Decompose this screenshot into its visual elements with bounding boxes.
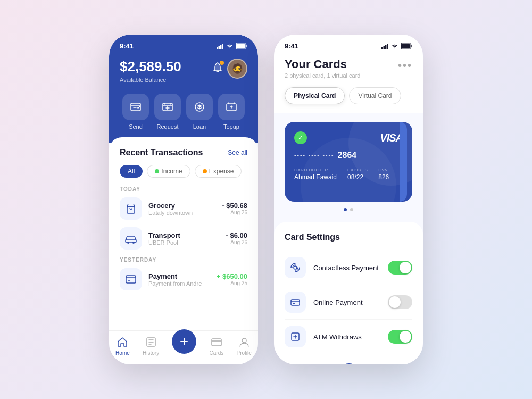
bottom-nav-home: Home History Cards Profile [109, 330, 258, 364]
action-topup[interactable]: Topup [218, 94, 245, 130]
setting-contactless[interactable]: Contactless Payment [285, 251, 412, 285]
loan-icon-box [186, 94, 213, 120]
section-today: TODAY [120, 186, 247, 192]
wifi-icon-2 [391, 44, 398, 49]
payment-sub: Payment from Andre [148, 280, 210, 287]
online-icon-box [285, 292, 306, 313]
tx-payment[interactable]: Payment Payment from Andre + $650.00 Aug… [120, 268, 247, 290]
home-icon [117, 336, 128, 348]
signal-icon [217, 44, 224, 49]
cvv-label: CVV [378, 168, 389, 172]
transport-icon-box [120, 227, 142, 250]
loan-label: Loan [193, 123, 206, 130]
setting-online[interactable]: Online Payment [285, 285, 412, 320]
svg-rect-10 [127, 207, 135, 213]
action-loan[interactable]: Loan [186, 94, 213, 130]
contactless-icon-box [285, 257, 306, 278]
send-icon-box [122, 94, 149, 120]
status-time: 9:41 [120, 42, 134, 50]
transport-date: Aug 26 [226, 239, 247, 245]
payment-name: Payment [148, 272, 210, 280]
topup-label: Topup [223, 123, 239, 130]
contactless-toggle[interactable] [388, 261, 412, 275]
svg-rect-18 [381, 47, 383, 49]
nav-profile[interactable]: Profile [236, 336, 251, 356]
action-send[interactable]: Send [122, 94, 149, 130]
signal-icon-2 [381, 44, 389, 49]
card-display-area: ✓ VISA •••• •••• •••• 2864 CARD HOLDER A… [274, 113, 423, 220]
svg-rect-19 [384, 46, 385, 49]
transactions-header: Recent Transactions See all [120, 148, 247, 157]
filter-income[interactable]: Income [147, 165, 190, 178]
transport-amount: - $6.00 [226, 231, 247, 239]
request-label: Request [157, 123, 179, 130]
nav-home[interactable]: Home [115, 336, 130, 356]
card-last-four: 2864 [338, 151, 357, 160]
payment-icon [125, 274, 137, 285]
grocery-date: Aug 26 [222, 210, 247, 215]
svg-rect-20 [385, 45, 387, 49]
card-holder-value: Ahmad Fawaid [294, 173, 337, 181]
nav-history[interactable]: History [143, 336, 159, 356]
status-bar-2: 9:41 [285, 42, 412, 50]
grocery-icon [125, 203, 137, 214]
cards-icon [211, 336, 222, 348]
filter-expense[interactable]: Expense [195, 165, 242, 178]
atm-toggle[interactable] [388, 330, 412, 344]
tab-virtual[interactable]: Virtual Card [349, 87, 401, 104]
nav-profile-label: Profile [236, 350, 251, 356]
expires-value: 08/22 [347, 173, 368, 181]
svg-rect-3 [222, 44, 224, 49]
nav-cards[interactable]: Cards [210, 336, 224, 356]
payment-icon-box [120, 268, 142, 290]
card-settings-section: Card Settings Contactless Payment Online… [274, 222, 423, 364]
nav-plus-button[interactable] [172, 329, 196, 354]
tx-grocery[interactable]: Grocery Eataly downtown - $50.68 Aug 26 [120, 197, 247, 220]
phone-home: 9:41 $2,589.50 Available Balance [109, 35, 258, 364]
phone-cards: 9:41 Your Cards 2 physical card, 1 virtu… [274, 35, 423, 364]
svg-rect-23 [401, 44, 410, 48]
avatar-bell-group: 🧔 [212, 59, 247, 79]
transport-amount-col: - $6.00 Aug 26 [226, 231, 247, 245]
setting-atm[interactable]: ATM Withdraws [285, 320, 412, 354]
tx-transport[interactable]: Transport UBER Pool - $6.00 Aug 26 [120, 227, 247, 250]
card-tabs: Physical Card Virtual Card [285, 87, 412, 113]
svg-rect-14 [126, 276, 136, 283]
wifi-icon [226, 44, 234, 49]
nav-home-label: Home [115, 350, 130, 356]
contactless-label: Contactless Payment [313, 264, 380, 272]
your-cards-title: Your Cards [285, 57, 360, 71]
card-number-row: •••• •••• •••• 2864 [294, 151, 403, 160]
online-label: Online Payment [313, 298, 380, 306]
card-wrapper: ✓ VISA •••• •••• •••• 2864 CARD HOLDER A… [285, 122, 412, 202]
grocery-amount-col: - $50.68 Aug 26 [222, 202, 247, 215]
card-details-row: CARD HOLDER Ahmad Fawaid EXPIRES 08/22 C… [294, 168, 403, 181]
plus-icon [179, 336, 189, 347]
notification-bell[interactable] [212, 62, 223, 76]
battery-icon [236, 43, 247, 49]
online-toggle[interactable] [388, 295, 412, 309]
more-button[interactable]: ••• [398, 60, 412, 72]
svg-rect-26 [293, 303, 295, 304]
svg-rect-21 [387, 44, 389, 49]
tab-physical[interactable]: Physical Card [285, 87, 345, 104]
action-request[interactable]: Request [154, 94, 181, 130]
card-check-icon: ✓ [294, 131, 307, 144]
svg-rect-16 [212, 339, 221, 346]
svg-rect-25 [291, 300, 300, 305]
transport-sub: UBER Pool [148, 239, 220, 246]
card-holder-group: CARD HOLDER Ahmad Fawaid [294, 168, 337, 181]
filter-all[interactable]: All [120, 165, 143, 178]
quick-actions: Send Request Loan [120, 94, 247, 130]
cvv-value: 826 [378, 173, 389, 181]
notification-dot [220, 61, 224, 65]
card-dots-indicator [285, 208, 412, 211]
transport-info: Transport UBER Pool [148, 231, 220, 246]
avatar[interactable]: 🧔 [227, 59, 247, 79]
toggle-thumb-3 [400, 331, 411, 343]
topup-icon [226, 102, 237, 112]
payment-amount: + $650.00 [217, 272, 247, 280]
credit-card[interactable]: ✓ VISA •••• •••• •••• 2864 CARD HOLDER A… [285, 122, 412, 202]
svg-point-12 [127, 242, 129, 244]
see-all-button[interactable]: See all [228, 149, 247, 156]
